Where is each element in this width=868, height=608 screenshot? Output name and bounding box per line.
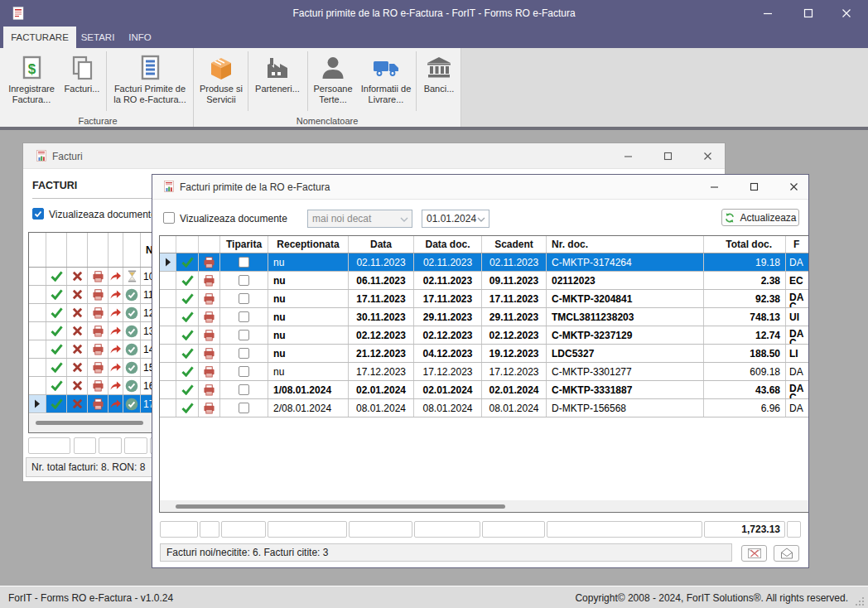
invoice-row[interactable]: nu02.12.202302.12.202302.12.2023C-MKTP-3… [160, 326, 809, 345]
row-selector [29, 322, 46, 340]
invoice-row[interactable]: nu17.11.202317.11.202317.11.2023C-MKTP-3… [160, 290, 809, 308]
current-row-arrow-icon [34, 399, 41, 408]
tiparita-checkbox[interactable] [220, 363, 268, 380]
tab-setari[interactable]: SETARI [76, 27, 119, 48]
mark-read-button[interactable] [774, 545, 799, 562]
forward-arrow-icon [109, 362, 122, 373]
resize-grip[interactable] [855, 596, 865, 608]
tiparita-checkbox[interactable] [220, 381, 268, 398]
cell-furnizor: DA [786, 363, 809, 380]
column-header[interactable] [199, 236, 220, 253]
cell-scadent: 02.11.2023 [482, 253, 547, 271]
row-selector [29, 286, 46, 303]
cell-total: 43.68 [704, 381, 786, 398]
check-icon [46, 268, 67, 285]
tiparita-checkbox[interactable] [220, 399, 268, 417]
column-header[interactable]: Nr. doc. [547, 236, 704, 253]
minimize-button[interactable] [754, 3, 782, 23]
mark-unread-button[interactable] [741, 545, 767, 562]
printer-icon [92, 344, 104, 355]
x-icon [72, 362, 83, 373]
column-header[interactable]: Tiparita [220, 236, 268, 253]
efactura-close-button[interactable] [781, 178, 806, 195]
ribbon-button-facturi-primite-de[interactable]: Facturi Primite dela RO e-Factura... [108, 51, 192, 105]
close-button[interactable] [832, 3, 861, 23]
check-icon [46, 340, 67, 358]
efactura-grid-hscroll-thumb[interactable] [176, 504, 505, 509]
tiparita-checkbox[interactable] [220, 308, 268, 326]
cell-scadent: 17.11.2023 [482, 290, 547, 307]
refresh-button[interactable]: Actualizeaza [721, 209, 799, 226]
row-selector [160, 381, 176, 398]
ribbon-button-informatii-de[interactable]: Informatii deLivrare... [358, 51, 414, 105]
efactura-view-docs-checkbox[interactable] [163, 212, 175, 224]
efactura-minimize-button[interactable] [702, 178, 726, 195]
efactura-maximize-button[interactable] [741, 178, 766, 195]
forward-arrow-icon [108, 268, 123, 285]
ribbon-button-inregistrare[interactable]: $InregistrareFactura... [5, 51, 58, 105]
invoice-row[interactable]: nu17.12.202317.12.202317.12.2023C-MKTP-3… [160, 363, 809, 381]
column-header[interactable]: Scadent [482, 236, 547, 253]
column-header[interactable]: Data [349, 236, 414, 253]
printer-icon [199, 381, 220, 398]
invoice-row[interactable]: nu06.11.202302.11.202309.11.202302112023… [160, 272, 809, 290]
invoice-row[interactable]: nu21.12.202304.12.202319.12.2023LDC53271… [160, 345, 809, 363]
x-icon [67, 395, 88, 413]
statusbar-right-text: Copyright© 2008 - 2024, ForIT Solutions®… [575, 592, 848, 604]
ribbon-button-produse-si[interactable]: Produse siServicii [195, 51, 247, 105]
maximize-button[interactable] [794, 3, 822, 23]
envelope-blocked-icon [748, 548, 761, 558]
invoice-row[interactable]: nu30.11.202329.11.202329.11.2023TMCL3811… [160, 308, 809, 326]
ribbon-button-label: PersoaneTerte... [308, 84, 358, 105]
invoice-row[interactable]: 1/08.01.202402.01.202402.01.202402.01.20… [160, 381, 809, 399]
application-window: Facturi primite de la RO e-Factura - For… [0, 0, 868, 608]
invoice-row[interactable]: nu02.11.202302.11.202302.11.2023C-MKTP-3… [160, 253, 809, 272]
printer-icon [203, 403, 215, 414]
invoice-row[interactable]: 2/08.01.202408.01.202408.01.202408.01.20… [160, 399, 809, 417]
ribbon-group-label: Facturare [3, 116, 192, 126]
printer-icon [92, 307, 104, 319]
tiparita-checkbox[interactable] [220, 253, 268, 271]
column-header[interactable] [176, 236, 199, 253]
efactura-grid-hscrollbar[interactable] [160, 500, 809, 513]
column-header[interactable]: F [786, 236, 809, 253]
cell-data: 17.12.2023 [349, 363, 414, 380]
row-selector [160, 363, 176, 380]
tab-facturare[interactable]: FACTURARE [3, 27, 76, 48]
column-header[interactable]: Receptionata [268, 236, 349, 253]
forward-arrow-icon [108, 359, 123, 376]
ribbon-button-persoane[interactable]: PersoaneTerte... [308, 51, 358, 105]
facturi-grid-hscroll-thumb[interactable] [36, 421, 143, 425]
check-icon [51, 271, 63, 282]
date-combo[interactable]: 01.01.2024 [422, 210, 489, 228]
facturi-close-button[interactable] [695, 147, 720, 164]
column-header[interactable]: Data doc. [414, 236, 482, 253]
ribbon-button-facturi[interactable]: Facturi... [60, 51, 104, 94]
facturi-minimize-button[interactable] [615, 147, 640, 164]
facturi-view-docs-checkbox[interactable] [32, 208, 44, 220]
check-icon [181, 293, 194, 304]
efactura-window-title: Facturi primite de la RO e-Factura [180, 181, 330, 193]
check-icon [46, 286, 67, 303]
tiparita-checkbox[interactable] [220, 290, 268, 307]
cell-data: 21.12.2023 [349, 345, 414, 362]
filter-combo[interactable]: mai noi decat [307, 210, 412, 228]
column-header[interactable] [160, 236, 176, 253]
forward-arrow-icon [109, 398, 122, 409]
tiparita-checkbox[interactable] [220, 272, 268, 289]
ribbon-button-parteneri[interactable]: Parteneri... [250, 51, 305, 94]
refresh-icon [724, 212, 735, 224]
ribbon-button-banci[interactable]: Banci... [417, 51, 461, 94]
efactura-grid[interactable]: TiparitaReceptionataDataData doc.Scadent… [159, 235, 809, 513]
tiparita-checkbox[interactable] [220, 326, 268, 344]
ribbon-button-label: InregistrareFactura... [5, 84, 58, 105]
check-circle-icon [123, 286, 141, 303]
cell-data: 02.01.2024 [349, 381, 414, 398]
tab-info[interactable]: INFO [121, 27, 159, 48]
tiparita-checkbox[interactable] [220, 345, 268, 362]
column-header[interactable]: Total doc. [704, 236, 786, 253]
cell-receptionata: nu [268, 326, 349, 344]
row-selector [29, 340, 46, 358]
facturi-maximize-button[interactable] [655, 147, 680, 164]
printer-icon [203, 348, 215, 359]
